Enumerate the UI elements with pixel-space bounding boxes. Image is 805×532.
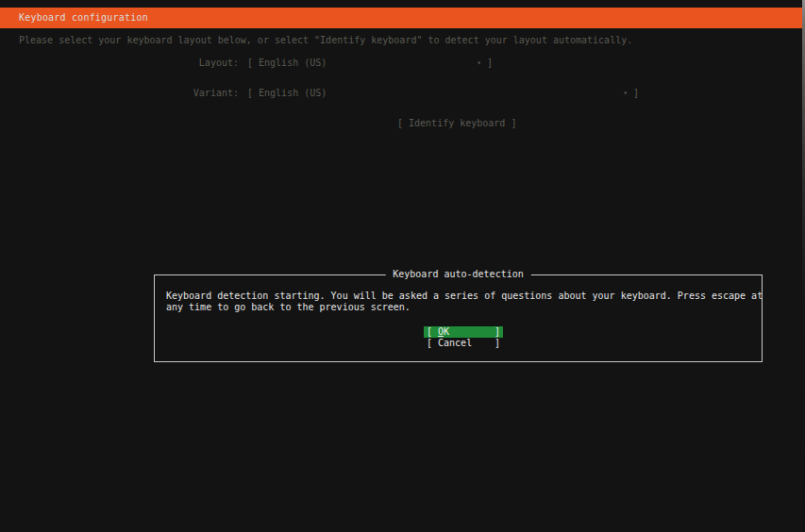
page-title: Keyboard configuration [19, 8, 148, 28]
layout-close-bracket: ] [487, 58, 493, 69]
ok-close-bracket: ] [495, 326, 500, 338]
cancel-label: Cancel [438, 338, 472, 349]
dialog-message: Keyboard detection starting. You will be… [166, 291, 752, 313]
variant-select[interactable]: [ English (US) ▾ ] [247, 88, 639, 99]
ok-open-bracket: [ [427, 326, 432, 338]
keyboard-auto-detection-dialog: Keyboard auto-detection Keyboard detecti… [154, 274, 763, 362]
dialog-title: Keyboard auto-detection [385, 269, 530, 280]
layout-open-bracket: [ [247, 58, 253, 69]
variant-open-bracket: [ [247, 88, 253, 99]
instruction-text: Please select your keyboard layout below… [19, 35, 632, 46]
chevron-down-icon: ▾ [623, 88, 628, 99]
chevron-down-icon: ▾ [477, 58, 481, 69]
ok-button[interactable]: [ O K ] [424, 326, 503, 338]
variant-label: Variant: [0, 88, 239, 99]
variant-close-bracket: ] [633, 88, 639, 99]
cancel-open-bracket: [ [427, 338, 432, 349]
layout-label: Layout: [0, 58, 239, 69]
dialog-message-line: Keyboard detection starting. You will be… [166, 291, 752, 302]
layout-select[interactable]: [ English (US) ▾ ] [247, 58, 493, 69]
variant-value: English (US) [259, 88, 327, 99]
ok-label-rest: K [444, 326, 449, 338]
cancel-close-bracket: ] [495, 338, 500, 349]
identify-keyboard-button[interactable]: [ Identify keyboard ] [397, 118, 516, 129]
dialog-message-line: any time to go back to the previous scre… [166, 302, 752, 313]
cancel-button[interactable]: [ Cancel ] [424, 338, 503, 349]
header-bar: Keyboard configuration [0, 8, 805, 28]
layout-value: English (US) [259, 58, 327, 69]
